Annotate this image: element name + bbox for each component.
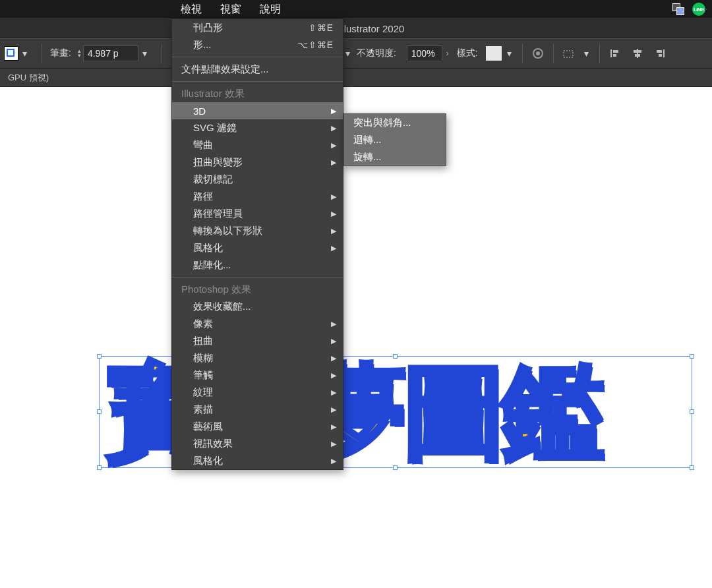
align-center-h-icon[interactable]: [629, 45, 646, 62]
submenu-item[interactable]: 旋轉...: [344, 148, 446, 165]
menu-item[interactable]: 點陣化...: [172, 256, 343, 274]
menu-item[interactable]: 像素▶: [172, 315, 343, 332]
align-right-icon[interactable]: [651, 45, 668, 62]
menu-item-label: 路徑管理員: [181, 208, 334, 220]
menu-item-label: 形...: [181, 39, 297, 51]
menu-item-label: SVG 濾鏡: [181, 122, 334, 134]
menu-item[interactable]: 路徑▶: [172, 188, 343, 205]
menu-item-label: 扭曲: [181, 335, 334, 347]
submenu-arrow-icon: ▶: [331, 371, 336, 380]
menu-item-label: 路徑: [181, 191, 334, 203]
chevron-right-icon[interactable]: ›: [446, 49, 449, 58]
stroke-weight-input[interactable]: [83, 45, 138, 61]
menu-item-label: 轉換為以下形狀: [181, 225, 334, 237]
submenu-item[interactable]: 突出與斜角...: [344, 114, 446, 131]
submenu-arrow-icon: ▶: [331, 192, 336, 201]
menu-item[interactable]: 3D▶: [172, 102, 343, 119]
svg-rect-4: [613, 50, 618, 53]
separator: [599, 44, 600, 63]
menu-item[interactable]: 素描▶: [172, 401, 343, 418]
submenu-arrow-icon: ▶: [331, 354, 336, 363]
chevron-down-icon[interactable]: ▾: [584, 48, 589, 59]
menu-item-label: 扭曲與變形: [181, 156, 334, 169]
svg-rect-2: [564, 51, 573, 57]
submenu-arrow-icon: ▶: [331, 457, 336, 465]
separator: [42, 44, 42, 63]
menu-item[interactable]: 文件點陣效果設定...: [172, 61, 343, 78]
menu-item[interactable]: 扭曲與變形▶: [172, 154, 343, 171]
menu-item-label: 模糊: [181, 352, 334, 365]
menu-section-header: Illustrator 效果: [172, 85, 343, 102]
bbox-handle[interactable]: [690, 409, 694, 414]
menu-item-label: 像素: [181, 318, 334, 330]
svg-rect-9: [663, 49, 665, 57]
line-app-icon[interactable]: LINE: [692, 3, 705, 16]
menu-item[interactable]: 裁切標記: [172, 171, 343, 188]
menu-item[interactable]: 形...⌥⇧⌘E: [172, 36, 343, 53]
menu-item[interactable]: 轉換為以下形狀▶: [172, 222, 343, 239]
menu-item-label: 彎曲: [181, 139, 334, 152]
stroke-weight-field[interactable]: ▴▾ ▾: [78, 45, 154, 61]
svg-rect-7: [634, 50, 641, 53]
fill-swatch[interactable]: [4, 46, 18, 61]
submenu-arrow-icon: ▶: [331, 124, 336, 132]
chevron-down-icon[interactable]: ▾: [142, 48, 147, 59]
menu-item[interactable]: 視訊效果▶: [172, 435, 343, 452]
menu-help[interactable]: 說明: [251, 0, 290, 18]
menu-item[interactable]: 扭曲▶: [172, 332, 343, 349]
recolor-art-icon[interactable]: [529, 45, 547, 62]
chevron-down-icon[interactable]: ▾: [22, 48, 27, 59]
chevron-down-icon[interactable]: ▾: [345, 48, 350, 59]
submenu-item[interactable]: 迴轉...: [344, 131, 446, 148]
spaces-icon[interactable]: [672, 3, 684, 15]
bbox-handle[interactable]: [97, 409, 102, 414]
svg-rect-3: [610, 49, 612, 57]
align-left-icon[interactable]: [607, 45, 624, 62]
svg-rect-5: [613, 54, 616, 57]
transform-icon[interactable]: [560, 45, 578, 62]
menu-item-label: 風格化: [181, 455, 334, 467]
menu-shortcut: ⇧⌘E: [309, 22, 334, 33]
menu-item[interactable]: 路徑管理員▶: [172, 205, 343, 222]
style-label: 樣式:: [457, 47, 478, 59]
menu-item[interactable]: 彎曲▶: [172, 136, 343, 154]
submenu-arrow-icon: ▶: [331, 320, 336, 328]
menu-item[interactable]: 效果收藏館...: [172, 298, 343, 315]
menu-window[interactable]: 視窗: [211, 0, 251, 18]
document-tab[interactable]: GPU 預視): [3, 69, 54, 86]
menu-item[interactable]: 藝術風▶: [172, 418, 343, 435]
menu-item[interactable]: 風格化▶: [172, 239, 343, 256]
submenu-arrow-icon: ▶: [331, 158, 336, 167]
bbox-handle[interactable]: [393, 465, 398, 470]
menu-separator: [172, 57, 343, 57]
bbox-handle[interactable]: [690, 354, 694, 359]
submenu-arrow-icon: ▶: [331, 141, 336, 150]
effect-menu[interactable]: 刊凸形⇧⌘E形...⌥⇧⌘E文件點陣效果設定...Illustrator 效果3…: [171, 18, 343, 470]
chevron-down-icon[interactable]: ▾: [507, 48, 512, 59]
bbox-handle[interactable]: [690, 465, 694, 470]
bbox-handle[interactable]: [97, 465, 102, 470]
bbox-handle[interactable]: [97, 354, 102, 359]
stepper-icon[interactable]: ▴▾: [78, 49, 81, 58]
menu-item-label: 3D: [181, 105, 334, 117]
menu-item[interactable]: SVG 濾鏡▶: [172, 119, 343, 136]
graphic-style-swatch[interactable]: [486, 46, 502, 61]
menu-item[interactable]: 紋理▶: [172, 384, 343, 401]
3d-submenu[interactable]: 突出與斜角...迴轉...旋轉...: [343, 113, 446, 166]
submenu-arrow-icon: ▶: [331, 227, 336, 235]
app-bar-left-segment: [0, 19, 171, 38]
submenu-arrow-icon: ▶: [331, 337, 336, 345]
svg-rect-8: [635, 54, 640, 57]
opacity-input[interactable]: [407, 45, 442, 61]
menubar-right-icons: LINE: [672, 3, 712, 16]
bbox-handle[interactable]: [393, 354, 398, 359]
menu-item[interactable]: 模糊▶: [172, 349, 343, 367]
menu-item[interactable]: 筆觸▶: [172, 367, 343, 384]
menu-view[interactable]: 檢視: [171, 0, 211, 18]
menu-item-label: 裁切標記: [181, 173, 334, 186]
menu-item[interactable]: 刊凸形⇧⌘E: [172, 19, 343, 36]
menu-item[interactable]: 風格化▶: [172, 452, 343, 469]
stroke-label: 筆畫:: [50, 47, 71, 59]
svg-rect-11: [659, 54, 662, 57]
separator: [553, 44, 554, 63]
